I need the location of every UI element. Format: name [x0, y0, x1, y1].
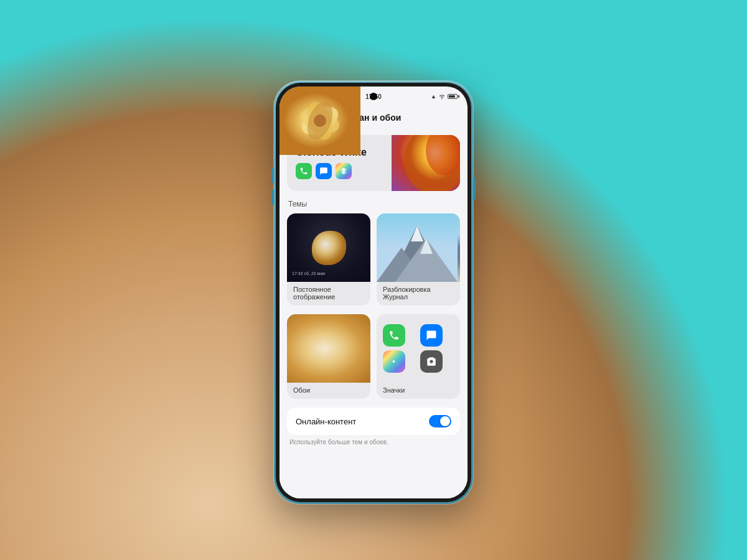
icons-label: Значки	[377, 383, 460, 399]
online-content-toggle[interactable]	[429, 415, 451, 427]
wallpaper-preview	[392, 135, 460, 191]
themes-grid-row1: 17:43 сб, 20 мая Постоянноеотображение	[287, 213, 460, 306]
theme-icons	[296, 163, 383, 179]
svg-text:✦: ✦	[392, 359, 396, 365]
camera-hole	[370, 93, 377, 100]
online-content-hint: Используйте больше тем и обоев.	[287, 439, 460, 446]
screen-content[interactable]: Glorious White	[280, 130, 467, 498]
battery-icon	[448, 94, 458, 99]
app-icon-messages	[316, 163, 332, 179]
lockscreen-label: Постоянноеотображение	[287, 282, 370, 306]
online-content-label: Онлайн-контент	[296, 417, 356, 426]
lock-time: 17:43 сб, 20 мая	[292, 271, 325, 276]
icon-thumb-phone	[383, 324, 405, 347]
wallpaper-label: Обои	[287, 383, 370, 399]
theme-card-wallpaper	[392, 135, 460, 191]
volume-down-button[interactable]	[271, 190, 274, 205]
phone-screen: Нет SIM-карты 17:50 ▲ ← Ра	[280, 86, 467, 498]
themes-section-label: Темы	[287, 200, 460, 208]
toggle-knob	[440, 416, 450, 426]
mountain-thumb	[377, 213, 460, 282]
status-icons: ▲	[431, 93, 458, 100]
wifi-icon	[438, 93, 446, 100]
icons-thumb: ✦	[377, 314, 460, 383]
power-button[interactable]	[473, 177, 476, 200]
online-content-row[interactable]: Онлайн-контент	[287, 408, 460, 435]
themes-grid-row2: Обои	[287, 314, 460, 399]
app-icon-phone	[296, 163, 312, 179]
app-icon-store	[336, 163, 352, 179]
icon-thumb-camera	[420, 350, 443, 373]
icon-thumb-store: ✦	[383, 350, 405, 373]
journal-cell[interactable]: РазблокировкаЖурнал	[377, 213, 460, 306]
icons-cell[interactable]: ✦ Значки	[377, 314, 460, 399]
wallpaper-thumb	[287, 314, 370, 383]
lock-flower	[312, 231, 346, 265]
wallpaper-cell[interactable]: Обои	[287, 314, 370, 399]
signal-icon: ▲	[431, 93, 436, 100]
phone-device: Нет SIM-карты 17:50 ▲ ← Ра	[274, 81, 473, 504]
lockscreen-thumb: 17:43 сб, 20 мая	[287, 213, 370, 282]
journal-label: РазблокировкаЖурнал	[377, 282, 460, 306]
icon-thumb-messages	[420, 324, 443, 347]
lockscreen-cell[interactable]: 17:43 сб, 20 мая Постоянноеотображение	[287, 213, 370, 306]
volume-up-button[interactable]	[271, 168, 274, 183]
